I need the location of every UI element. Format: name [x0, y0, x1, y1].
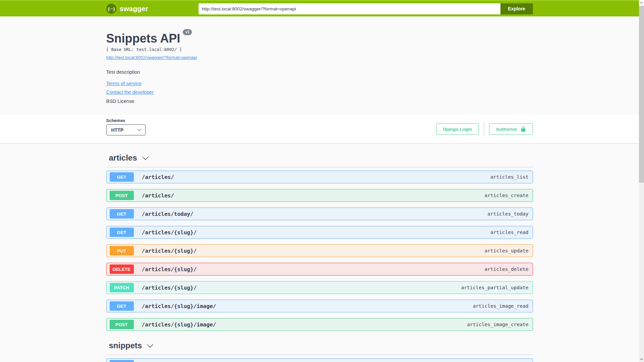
- method-badge: DELETE: [110, 264, 134, 274]
- brand-name: swagger: [120, 5, 148, 13]
- operation-path: /articles/: [142, 192, 174, 199]
- method-badge: GET: [110, 228, 134, 237]
- operation-row[interactable]: DELETE /articles/{slug}/ articles_delete: [106, 263, 533, 276]
- operation-row[interactable]: GET /articles/{slug}/ articles_read: [106, 226, 533, 239]
- operation-id: articles_image_create: [467, 322, 528, 327]
- base-url: [ Base URL: test.local:8002/ ]: [106, 47, 533, 52]
- operation-row[interactable]: PATCH /articles/{slug}/ articles_partial…: [106, 281, 533, 294]
- section-title: articles: [109, 153, 137, 163]
- chevron-down-icon: [137, 128, 142, 132]
- scrollbar-thumb[interactable]: [639, 6, 644, 183]
- topbar: {⋯} swagger Explore: [0, 0, 639, 16]
- section-rows: GET /snippets/ snippets_list: [106, 358, 533, 362]
- page-title: Snippets APIv1: [106, 33, 533, 45]
- operation-id: articles_image_read: [473, 303, 529, 309]
- section-rows: GET /articles/ articles_list POST /artic…: [106, 171, 533, 331]
- operation-id: articles_partial_update: [461, 285, 529, 290]
- operation-id: articles_update: [485, 248, 529, 253]
- api-description: Test description: [106, 69, 533, 75]
- operations-area: articles GET /articles/ articles_list PO…: [0, 143, 639, 362]
- method-badge: PATCH: [110, 283, 134, 292]
- operation-row[interactable]: POST /articles/{slug}/image/ articles_im…: [106, 318, 533, 331]
- chevron-up-icon: [640, 1, 643, 4]
- schemes-selected-value: HTTP: [111, 127, 124, 133]
- section-header[interactable]: snippets: [106, 341, 533, 355]
- method-badge: GET: [110, 172, 134, 182]
- section-header[interactable]: articles: [106, 153, 533, 167]
- operation-id: articles_create: [485, 193, 529, 198]
- operation-row[interactable]: PUT /articles/{slug}/ articles_update: [106, 244, 533, 257]
- scrollbar-up-button[interactable]: [639, 0, 644, 6]
- api-info-section: Snippets APIv1 [ Base URL: test.local:80…: [0, 16, 639, 115]
- operation-path: /articles/{slug}/: [142, 266, 197, 273]
- method-badge: GET: [110, 301, 134, 311]
- license-text: BSD License: [106, 99, 533, 104]
- operation-path: /articles/{slug}/: [142, 229, 197, 236]
- method-badge: POST: [110, 320, 134, 329]
- scheme-container: Schemes HTTP Django Login Authorize: [0, 115, 639, 143]
- django-login-button[interactable]: Django Login: [436, 123, 479, 135]
- operation-path: /articles/today/: [142, 211, 194, 217]
- scrollbar-down-button[interactable]: [639, 356, 644, 362]
- unlocked-padlock-icon: [520, 126, 526, 132]
- auth-divider: [484, 122, 484, 136]
- operation-row[interactable]: POST /articles/ articles_create: [106, 189, 533, 202]
- operation-path: /articles/{slug}/image/: [142, 303, 216, 309]
- operation-id: articles_list: [490, 174, 529, 180]
- chevron-down-icon[interactable]: [142, 155, 149, 162]
- spec-link[interactable]: http://test.local:8002/swagger/?format=o…: [106, 55, 197, 60]
- swagger-logo: {⋯} swagger: [106, 4, 148, 14]
- contact-developer-link[interactable]: Contact the developer: [106, 89, 154, 95]
- operation-id: articles_today: [487, 211, 528, 217]
- authorize-button[interactable]: Authorize: [489, 123, 533, 135]
- section-title: snippets: [109, 341, 142, 350]
- operation-path: /articles/{slug}/: [142, 285, 197, 291]
- method-badge: PUT: [110, 246, 134, 255]
- api-section: snippets GET /snippets/ snippets_list: [106, 341, 533, 362]
- operation-row[interactable]: GET /articles/today/ articles_today: [106, 207, 533, 220]
- terms-of-service-link[interactable]: Terms of service: [106, 81, 142, 86]
- authorize-label: Authorize: [496, 127, 517, 132]
- schemes-label: Schemes: [106, 118, 146, 123]
- vertical-scrollbar[interactable]: [639, 0, 644, 362]
- swagger-braces-icon: {⋯}: [106, 4, 116, 14]
- version-badge: v1: [183, 29, 192, 35]
- operation-path: /articles/{slug}/: [142, 248, 197, 254]
- operation-id: articles_delete: [485, 266, 529, 272]
- operation-row[interactable]: GET /snippets/ snippets_list: [106, 358, 533, 362]
- schemes-select[interactable]: HTTP: [106, 124, 146, 135]
- chevron-down-icon: [640, 358, 643, 361]
- method-badge: POST: [110, 191, 134, 200]
- method-badge: GET: [110, 360, 134, 362]
- operation-path: /articles/: [142, 174, 174, 180]
- chevron-down-icon[interactable]: [147, 342, 154, 349]
- operation-path: /articles/{slug}/image/: [142, 321, 216, 328]
- api-section: articles GET /articles/ articles_list PO…: [106, 153, 533, 331]
- api-title-text: Snippets API: [106, 32, 180, 45]
- method-badge: GET: [110, 209, 134, 219]
- operation-row[interactable]: GET /articles/ articles_list: [106, 171, 533, 183]
- spec-url-input[interactable]: [199, 3, 500, 14]
- operation-row[interactable]: GET /articles/{slug}/image/ articles_ima…: [106, 300, 533, 312]
- spec-url-group: Explore: [199, 3, 533, 14]
- django-login-label: Django Login: [443, 127, 472, 132]
- explore-button[interactable]: Explore: [500, 3, 533, 14]
- operations-list: articles GET /articles/ articles_list PO…: [106, 153, 533, 362]
- operation-id: articles_read: [490, 230, 529, 235]
